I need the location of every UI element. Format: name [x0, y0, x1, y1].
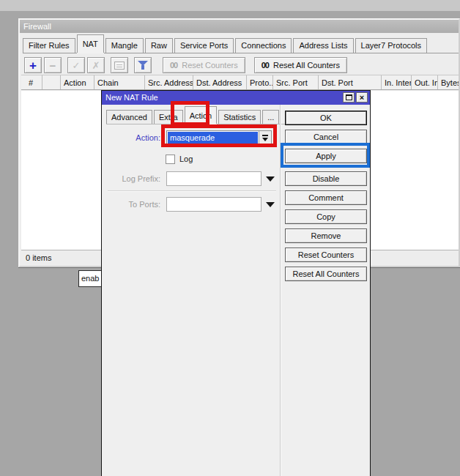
- rule-table-header: # Action Chain Src. Address Dst. Address…: [21, 75, 459, 90]
- close-button[interactable]: ×: [356, 92, 368, 103]
- tab-nat[interactable]: NAT: [77, 34, 104, 53]
- tab-filter-rules[interactable]: Filter Rules: [23, 38, 75, 53]
- reset-counters-toolbar-button[interactable]: 00 Reset Counters: [163, 57, 245, 73]
- cross-icon: ✗: [92, 61, 100, 70]
- to-ports-label: To Ports:: [102, 197, 160, 212]
- firewall-tab-bar: Filter Rules NAT Mangle Raw Service Port…: [23, 35, 459, 53]
- checkmark-icon: ✓: [73, 61, 81, 70]
- log-prefix-dropdown-icon[interactable]: [266, 176, 275, 182]
- plus-icon: +: [29, 59, 37, 72]
- log-prefix-label: Log Prefix:: [102, 171, 160, 186]
- desktop: Firewall Filter Rules NAT Mangle Raw Ser…: [0, 0, 460, 476]
- minus-icon: −: [50, 60, 56, 71]
- tab-address-lists[interactable]: Address Lists: [293, 38, 353, 53]
- column-header-dst-port[interactable]: Dst. Port: [319, 75, 382, 89]
- cancel-button[interactable]: Cancel: [285, 130, 367, 144]
- column-header-chain[interactable]: Chain: [94, 75, 145, 89]
- new-nat-rule-dialog: New NAT Rule × Advanced Extra Action Sta…: [101, 90, 371, 476]
- disable-rule-button[interactable]: ✗: [87, 57, 105, 73]
- firewall-toolbar: + − ✓ ✗ 00 Reset Counters 00: [24, 56, 347, 74]
- log-checkbox-label: Log: [179, 154, 193, 165]
- reset-counters-button[interactable]: Reset Counters: [285, 248, 367, 262]
- reset-all-counters-label: Reset All Counters: [273, 61, 340, 70]
- dropdown-arrow-icon: [262, 138, 268, 141]
- column-header-number[interactable]: #: [21, 75, 42, 89]
- tab-more[interactable]: ...: [262, 110, 279, 124]
- maximize-button[interactable]: [343, 92, 355, 103]
- dialog-tab-bar: Advanced Extra Action Statistics ...: [106, 107, 285, 124]
- reset-all-counters-toolbar-button[interactable]: 00 Reset All Counters: [254, 57, 347, 73]
- column-header-in-interface[interactable]: In. Inter...: [382, 75, 412, 89]
- counters-badge-icon: 00: [261, 61, 269, 70]
- to-ports-input[interactable]: [166, 197, 261, 212]
- action-selected-value: masquerade: [168, 132, 258, 144]
- firewall-titlebar[interactable]: Firewall: [20, 20, 459, 33]
- column-header-action[interactable]: Action: [61, 75, 94, 89]
- filter-button[interactable]: [134, 57, 152, 73]
- reset-all-counters-button[interactable]: Reset All Counters: [285, 267, 367, 281]
- desktop-top-band: [0, 0, 460, 11]
- action-field-label: Action:: [102, 130, 160, 145]
- tab-connections[interactable]: Connections: [235, 38, 292, 53]
- column-header-src-port[interactable]: Src. Port: [273, 75, 319, 89]
- firewall-title: Firewall: [23, 22, 51, 31]
- to-ports-dropdown-icon[interactable]: [266, 202, 275, 207]
- add-rule-button[interactable]: +: [24, 57, 42, 73]
- log-prefix-input[interactable]: [166, 171, 261, 186]
- tab-raw[interactable]: Raw: [145, 38, 173, 53]
- comment-note-icon: [114, 62, 125, 70]
- tab-mangle[interactable]: Mangle: [105, 38, 144, 53]
- apply-button[interactable]: Apply: [285, 149, 367, 163]
- tab-statistics[interactable]: Statistics: [218, 110, 261, 124]
- remove-button[interactable]: Remove: [285, 228, 367, 243]
- column-header-out-interface[interactable]: Out. Int...: [412, 75, 438, 89]
- disable-button[interactable]: Disable: [285, 171, 367, 186]
- tab-service-ports[interactable]: Service Ports: [174, 38, 234, 53]
- item-count: 0 items: [26, 253, 51, 262]
- form-separator: [108, 190, 276, 191]
- ok-button[interactable]: OK: [285, 111, 367, 125]
- remove-rule-button[interactable]: −: [44, 57, 62, 73]
- tooltip: enab: [78, 270, 103, 287]
- dialog-titlebar[interactable]: New NAT Rule: [102, 91, 370, 105]
- reset-counters-label: Reset Counters: [182, 61, 237, 70]
- button-panel-separator: [280, 105, 281, 476]
- copy-button[interactable]: Copy: [285, 209, 367, 224]
- log-checkbox[interactable]: [166, 155, 175, 164]
- column-header-flags[interactable]: [42, 75, 61, 89]
- tab-advanced[interactable]: Advanced: [106, 110, 152, 124]
- comment-button[interactable]: Comment: [285, 190, 367, 205]
- tab-action[interactable]: Action: [185, 106, 218, 124]
- column-header-src-address[interactable]: Src. Address: [145, 75, 193, 89]
- action-dropdown-button[interactable]: [259, 131, 271, 144]
- maximize-icon: [346, 94, 352, 100]
- column-header-bytes[interactable]: Bytes: [438, 75, 459, 89]
- filter-funnel-icon: [138, 60, 148, 70]
- column-header-dst-address[interactable]: Dst. Address: [193, 75, 247, 89]
- action-combobox[interactable]: masquerade: [166, 130, 272, 145]
- column-header-protocol[interactable]: Proto...: [247, 75, 273, 89]
- tab-layer7-protocols[interactable]: Layer7 Protocols: [355, 38, 428, 53]
- tooltip-text: enab: [81, 274, 99, 283]
- tab-extra[interactable]: Extra: [154, 110, 183, 124]
- dialog-title: New NAT Rule: [105, 93, 158, 102]
- comment-rule-button[interactable]: [111, 57, 128, 73]
- close-icon: ×: [360, 94, 364, 102]
- dropdown-bar-icon: [262, 135, 268, 136]
- counters-badge-icon: 00: [170, 61, 177, 70]
- enable-rule-button[interactable]: ✓: [67, 57, 85, 73]
